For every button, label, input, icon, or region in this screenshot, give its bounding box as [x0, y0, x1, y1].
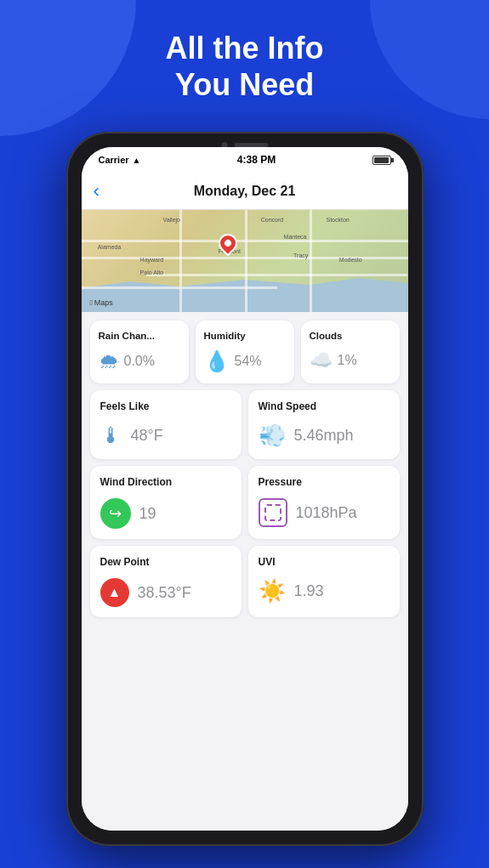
uvi-icon: ☀️ — [259, 578, 286, 604]
cards-row-2: Feels Like 🌡 48°F Wind Speed 💨 5.46mph — [90, 390, 400, 459]
pressure-card: Pressure 1018hPa — [248, 466, 400, 539]
uvi-value: 1.93 — [294, 582, 324, 600]
apple-maps-label:  Maps — [90, 298, 113, 307]
back-button[interactable]: ‹ — [94, 180, 100, 202]
map-label-alameda: Alameda — [98, 244, 122, 250]
map-area[interactable]: Vallejo Concord Stockton Alameda Hayward… — [82, 210, 408, 312]
cards-row-1: Rain Chan... 🌧 0.0% Humidity 💧 54% Cloud… — [90, 321, 400, 383]
map-label-hayward: Hayward — [140, 257, 164, 263]
status-left: Carrier ▲ — [99, 155, 141, 165]
map-label-vallejo: Vallejo — [163, 217, 181, 223]
humidity-value: 54% — [235, 354, 262, 369]
wind-dir-value: 19 — [139, 505, 156, 523]
wind-dir-title: Wind Direction — [100, 476, 231, 488]
cards-row-3: Wind Direction ↪ 19 Pressure 1018hPa — [90, 466, 400, 539]
wind-speed-value: 5.46mph — [294, 427, 354, 445]
humidity-card: Humidity 💧 54% — [196, 321, 294, 383]
nav-bar: ‹ Monday, Dec 21 — [82, 173, 408, 210]
rain-card: Rain Chan... 🌧 0.0% — [90, 321, 189, 383]
rain-title: Rain Chan... — [99, 331, 180, 341]
map-label-manteca: Manteca — [284, 234, 307, 240]
status-time: 4:38 PM — [237, 154, 276, 166]
thermometer-icon: 🌡 — [100, 423, 122, 449]
status-right — [372, 156, 391, 165]
uvi-card: UVI ☀️ 1.93 — [248, 546, 400, 617]
wifi-icon: ▲ — [133, 156, 141, 165]
pressure-value: 1018hPa — [296, 504, 357, 522]
wind-speed-icon: 💨 — [259, 423, 286, 449]
map-label-paloalto: Palo Alto — [140, 269, 164, 275]
uvi-title: UVI — [259, 556, 389, 568]
clouds-value: 1% — [338, 353, 357, 368]
phone-frame: Carrier ▲ 4:38 PM ‹ Monday, Dec 21 — [66, 132, 424, 846]
feels-like-title: Feels Like — [100, 400, 231, 412]
clouds-card: Clouds ☁️ 1% — [301, 321, 400, 383]
cards-row-4: Dew Point ▲ 38.53°F UVI ☀️ 1.93 — [90, 546, 400, 617]
map-pin — [219, 234, 237, 258]
dew-point-icon: ▲ — [100, 578, 129, 607]
carrier-label: Carrier — [99, 155, 129, 165]
map-label-modesto: Modesto — [339, 257, 362, 263]
dew-point-card: Dew Point ▲ 38.53°F — [90, 546, 242, 617]
humidity-icon: 💧 — [204, 349, 230, 373]
map-label-tracy: Tracy — [293, 252, 308, 258]
clouds-title: Clouds — [310, 331, 391, 341]
feels-like-card: Feels Like 🌡 48°F — [90, 390, 242, 459]
wind-speed-title: Wind Speed — [259, 400, 389, 412]
scroll-content[interactable]: Rain Chan... 🌧 0.0% Humidity 💧 54% Cloud… — [82, 312, 408, 831]
status-bar: Carrier ▲ 4:38 PM — [82, 147, 408, 173]
humidity-title: Humidity — [204, 331, 286, 341]
nav-title: Monday, Dec 21 — [194, 184, 296, 199]
pressure-title: Pressure — [259, 476, 389, 488]
rain-icon: 🌧 — [99, 349, 119, 373]
dew-point-title: Dew Point — [100, 556, 231, 568]
wind-dir-card: Wind Direction ↪ 19 — [90, 466, 242, 539]
header-text: All the Info You Need — [0, 30, 489, 103]
map-label-concord: Concord — [261, 217, 283, 223]
feels-like-value: 48°F — [131, 427, 163, 445]
phone-screen: Carrier ▲ 4:38 PM ‹ Monday, Dec 21 — [82, 147, 408, 831]
clouds-icon: ☁️ — [310, 349, 333, 372]
map-label-stockton: Stockton — [327, 217, 350, 223]
wind-speed-card: Wind Speed 💨 5.46mph — [248, 390, 400, 459]
apple-logo:  — [90, 298, 93, 307]
dew-point-value: 38.53°F — [138, 584, 191, 602]
pressure-icon — [259, 498, 287, 527]
rain-value: 0.0% — [124, 354, 155, 369]
battery-icon — [372, 156, 391, 165]
wind-direction-icon: ↪ — [100, 498, 131, 529]
